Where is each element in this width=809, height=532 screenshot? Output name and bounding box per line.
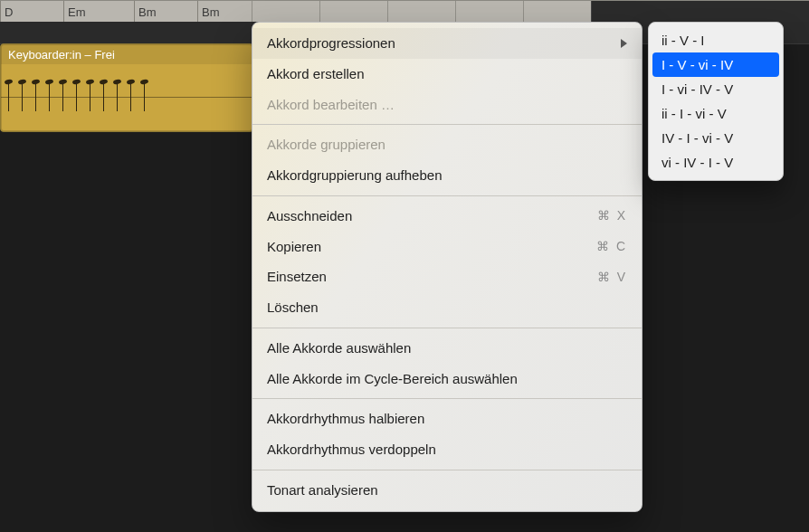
context-menu: AkkordprogressionenAkkord erstellenAkkor… bbox=[252, 22, 642, 512]
submenu-item[interactable]: ii - V - I bbox=[649, 28, 783, 52]
region-title: Keyboarder:in – Frei bbox=[1, 44, 252, 64]
menu-item[interactable]: Kopieren⌘ C bbox=[252, 232, 642, 262]
menu-item[interactable]: Akkordgruppierung aufheben bbox=[252, 160, 642, 191]
menu-item-label: Akkorde gruppieren bbox=[267, 135, 385, 155]
menu-separator bbox=[252, 124, 642, 125]
menu-item[interactable]: Akkordprogressionen bbox=[252, 28, 642, 59]
menu-item-label: Tonart analysieren bbox=[267, 480, 378, 500]
menu-item[interactable]: Alle Akkorde im Cycle-Bereich auswählen bbox=[252, 364, 642, 394]
chord-cell[interactable]: Bm bbox=[197, 1, 252, 23]
chord-cell[interactable]: Em bbox=[63, 1, 134, 23]
chord-ruler[interactable]: DEmBmBm bbox=[0, 0, 809, 24]
menu-item[interactable]: Ausschneiden⌘ X bbox=[252, 201, 642, 232]
menu-item-label: Ausschneiden bbox=[267, 206, 352, 226]
chord-cell[interactable]: D bbox=[0, 1, 63, 23]
menu-item-label: Akkord bearbeiten … bbox=[267, 95, 395, 115]
menu-item-label: Einsetzen bbox=[267, 267, 327, 287]
chord-label: D bbox=[5, 5, 13, 19]
menu-item: Akkord bearbeiten … bbox=[252, 90, 642, 120]
ruler-tick bbox=[387, 1, 455, 23]
chord-label: Bm bbox=[202, 5, 220, 19]
menu-item[interactable]: Einsetzen⌘ V bbox=[252, 261, 642, 292]
midi-region[interactable]: Keyboarder:in – Frei bbox=[0, 43, 253, 132]
ruler-tick bbox=[319, 1, 387, 23]
menu-separator bbox=[252, 328, 642, 328]
menu-item-label: Akkord erstellen bbox=[267, 64, 365, 84]
submenu-item[interactable]: IV - I - vi - V bbox=[649, 126, 783, 150]
menu-item-label: Akkordrhythmus halbieren bbox=[267, 409, 424, 429]
menu-separator bbox=[252, 470, 642, 470]
menu-item[interactable]: Akkordrhythmus verdoppeln bbox=[252, 434, 642, 465]
chord-cell[interactable]: Bm bbox=[134, 1, 197, 23]
region-notes bbox=[1, 64, 252, 129]
menu-item[interactable]: Akkordrhythmus halbieren bbox=[252, 404, 642, 434]
menu-item-label: Alle Akkorde im Cycle-Bereich auswählen bbox=[267, 369, 518, 389]
submenu-item[interactable]: I - vi - IV - V bbox=[649, 77, 783, 101]
menu-shortcut: ⌘ C bbox=[596, 237, 627, 255]
menu-item[interactable]: Löschen bbox=[252, 292, 642, 323]
submenu-item[interactable]: vi - IV - I - V bbox=[649, 150, 783, 175]
ruler-tick bbox=[252, 1, 319, 23]
menu-item-label: Alle Akkorde auswählen bbox=[267, 338, 411, 358]
chord-label: Em bbox=[68, 5, 86, 19]
menu-item-label: Löschen bbox=[267, 298, 319, 318]
ruler-tick bbox=[455, 1, 523, 23]
ruler-tick bbox=[523, 1, 591, 23]
menu-separator bbox=[252, 195, 642, 196]
menu-item[interactable]: Alle Akkorde auswählen bbox=[252, 333, 642, 364]
menu-shortcut: ⌘ X bbox=[597, 206, 627, 224]
menu-item[interactable]: Tonart analysieren bbox=[252, 475, 642, 506]
chord-progressions-submenu: ii - V - II - V - vi - IVI - vi - IV - V… bbox=[648, 22, 784, 181]
menu-separator bbox=[252, 398, 642, 399]
submenu-item[interactable]: ii - I - vi - V bbox=[649, 101, 783, 126]
menu-item-label: Akkordgruppierung aufheben bbox=[267, 166, 442, 185]
chord-label: Bm bbox=[138, 5, 157, 19]
menu-item-label: Kopieren bbox=[267, 237, 321, 257]
menu-item-label: Akkordprogressionen bbox=[267, 33, 395, 53]
menu-item[interactable]: Akkord erstellen bbox=[252, 59, 642, 90]
menu-item-label: Akkordrhythmus verdoppeln bbox=[267, 440, 436, 460]
menu-item: Akkorde gruppieren bbox=[252, 129, 642, 160]
ruler-dark-area bbox=[591, 1, 809, 23]
menu-shortcut: ⌘ V bbox=[597, 268, 627, 286]
submenu-item[interactable]: I - V - vi - IV bbox=[652, 52, 779, 77]
